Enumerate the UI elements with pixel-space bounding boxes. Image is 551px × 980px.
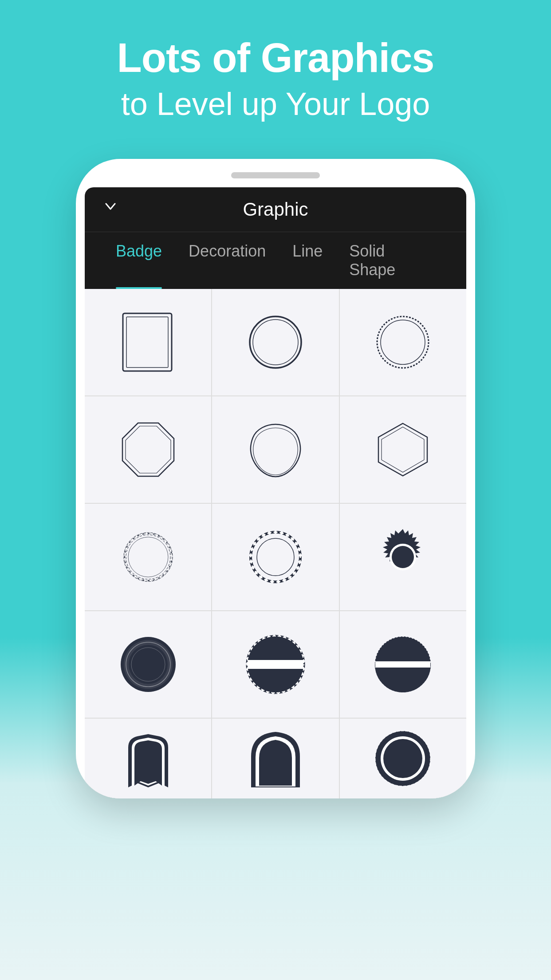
grid-item-circle-badge[interactable]: [212, 289, 338, 395]
phone-notch: [231, 172, 320, 178]
grid-item-octagon-badge[interactable]: [85, 396, 211, 503]
page-title: Lots of Graphics: [117, 36, 434, 80]
grid-item-hexagon-badge[interactable]: [340, 396, 466, 503]
page-subtitle: to Level up Your Logo: [117, 85, 434, 123]
svg-rect-0: [123, 313, 172, 371]
grid-item-braided-circle[interactable]: [85, 504, 211, 610]
svg-rect-27: [248, 660, 303, 669]
svg-point-11: [126, 535, 170, 579]
svg-point-5: [381, 320, 425, 364]
svg-point-19: [392, 546, 414, 568]
svg-point-10: [124, 533, 173, 581]
tab-line[interactable]: Line: [279, 232, 336, 289]
phone-mockup: Graphic Badge Decoration Line Solid Shap…: [76, 159, 475, 798]
grid-item-square-badge[interactable]: [85, 289, 211, 395]
screen-title: Graphic: [243, 199, 308, 220]
svg-point-4: [377, 316, 429, 368]
grid-item-blob-badge[interactable]: [212, 396, 338, 503]
tab-bar: Badge Decoration Line Solid Shape: [85, 232, 466, 289]
grid-item-rope-circle[interactable]: [212, 504, 338, 610]
svg-point-2: [250, 316, 301, 368]
grid-item-split-circle[interactable]: [212, 611, 338, 718]
svg-rect-31: [375, 661, 430, 668]
header-section: Lots of Graphics to Level up Your Logo: [117, 36, 434, 123]
svg-point-12: [128, 537, 168, 577]
svg-marker-9: [382, 427, 424, 472]
phone-screen: Graphic Badge Decoration Line Solid Shap…: [85, 187, 466, 798]
graphic-grid: [85, 289, 466, 798]
tab-decoration[interactable]: Decoration: [175, 232, 279, 289]
grid-item-dotted-circle-badge[interactable]: [340, 289, 466, 395]
grid-item-sunburst-outline[interactable]: [340, 504, 466, 610]
back-button[interactable]: [102, 199, 118, 219]
svg-marker-8: [378, 423, 427, 476]
grid-item-arch-badge[interactable]: [212, 719, 338, 798]
svg-rect-1: [126, 317, 168, 368]
grid-item-dark-circle[interactable]: [85, 611, 211, 718]
svg-marker-6: [122, 423, 174, 476]
top-bar: Graphic: [85, 187, 466, 232]
svg-point-17: [257, 538, 294, 576]
svg-point-34: [383, 739, 422, 778]
svg-point-3: [253, 320, 298, 365]
grid-item-sunburst-badge[interactable]: [340, 719, 466, 798]
svg-marker-7: [126, 426, 171, 473]
tab-solid-shape[interactable]: Solid Shape: [336, 232, 449, 289]
tab-badge[interactable]: Badge: [102, 232, 175, 289]
grid-item-dotted-split[interactable]: [340, 611, 466, 718]
svg-point-14: [125, 533, 172, 581]
svg-point-23: [129, 645, 168, 684]
grid-item-ornate-frame[interactable]: [85, 719, 211, 798]
